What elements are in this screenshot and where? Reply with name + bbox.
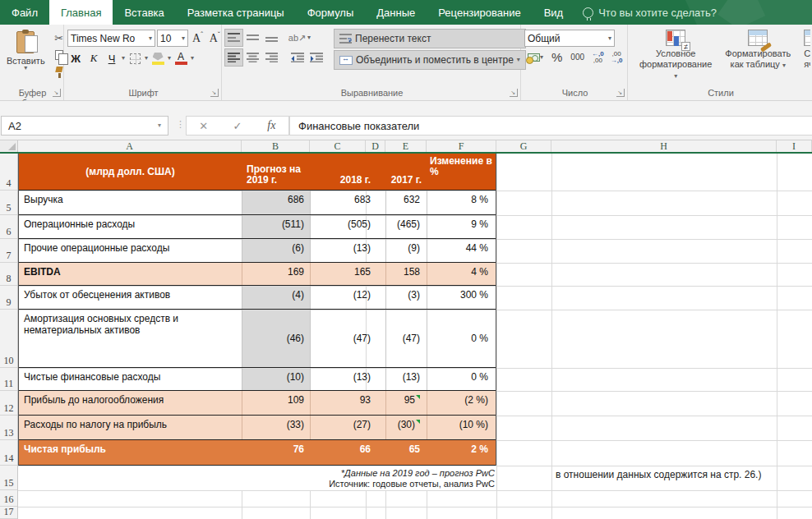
font-color-caret-icon[interactable]: ▾ bbox=[191, 56, 194, 61]
table-header-row[interactable]: (млрд долл. США) Прогноз на 2019 г. 2018… bbox=[19, 154, 496, 191]
cancel-button[interactable]: ✕ bbox=[187, 120, 220, 132]
column-header-B[interactable]: B bbox=[242, 140, 310, 152]
cell-change-pct[interactable]: 44 % bbox=[427, 239, 496, 262]
row-header-15[interactable]: 15 bbox=[0, 466, 17, 490]
cell-2018[interactable]: (13) bbox=[310, 239, 385, 262]
align-center-button[interactable] bbox=[244, 49, 261, 66]
row-header-17[interactable]: 17 bbox=[0, 507, 17, 519]
format-as-table-button[interactable]: Форматировать как таблицу ▾ bbox=[718, 28, 797, 86]
formula-input[interactable]: Финансовые показатели bbox=[289, 116, 812, 135]
cell-change-pct[interactable]: 300 % bbox=[427, 286, 496, 309]
cell-change-pct[interactable]: 0 % bbox=[427, 310, 496, 367]
cell-label[interactable]: Прибыль до налогообложения bbox=[19, 391, 242, 415]
borders-button[interactable] bbox=[127, 50, 143, 67]
cell-change-pct[interactable]: 2 % bbox=[427, 440, 496, 465]
fill-color-button[interactable] bbox=[150, 53, 166, 65]
cell-forecast-2019[interactable]: (46) bbox=[242, 310, 310, 367]
tab-view[interactable]: Вид bbox=[533, 0, 575, 25]
cell-label[interactable]: EBITDA bbox=[19, 263, 242, 285]
paste-caret-icon[interactable]: ▾ bbox=[24, 66, 27, 71]
merge-caret-icon[interactable]: ▾ bbox=[517, 57, 520, 62]
align-middle-button[interactable] bbox=[244, 30, 261, 46]
cell-2018[interactable]: (12) bbox=[310, 286, 385, 309]
column-header-D[interactable]: D bbox=[366, 140, 385, 152]
cell-change-pct[interactable]: 8 % bbox=[427, 191, 496, 214]
cell-forecast-2019[interactable]: (33) bbox=[242, 416, 310, 439]
column-header-G[interactable]: G bbox=[496, 140, 551, 152]
font-dialog-launcher[interactable]: ↘ bbox=[210, 89, 219, 97]
row-header-4[interactable]: 4 bbox=[0, 154, 17, 191]
cell-forecast-2019[interactable]: (511) bbox=[242, 215, 310, 238]
tab-page-layout[interactable]: Разметка страницы bbox=[176, 0, 296, 25]
cell-forecast-2019[interactable]: 76 bbox=[242, 440, 310, 465]
align-bottom-button[interactable] bbox=[263, 30, 280, 46]
row-header-11[interactable]: 11 bbox=[0, 368, 17, 391]
italic-button[interactable]: К bbox=[85, 50, 102, 67]
font-size-select[interactable]: 10▾ bbox=[157, 30, 188, 47]
bold-button[interactable]: Ж bbox=[67, 50, 84, 67]
table-row[interactable]: Прибыль до налогообложения1099395(2 %) bbox=[19, 391, 496, 416]
alignment-dialog-launcher[interactable]: ↘ bbox=[510, 89, 518, 97]
cell-2018[interactable]: (27) bbox=[310, 416, 385, 439]
table-row[interactable]: Выручка6866836328 % bbox=[19, 191, 496, 215]
table-row[interactable]: Чистые финансовые расходы(10)(13)(13)0 % bbox=[19, 368, 496, 391]
conditional-formatting-button[interactable]: ≠ Условное форматирование ▾ bbox=[633, 28, 718, 86]
column-header-A[interactable]: A bbox=[18, 140, 242, 152]
cell-2018[interactable]: (13) bbox=[310, 368, 385, 390]
tab-review[interactable]: Рецензирование bbox=[427, 0, 532, 25]
cell-forecast-2019[interactable]: (6) bbox=[242, 239, 310, 262]
orientation-button[interactable]: ab↗ bbox=[288, 30, 306, 46]
tab-data[interactable]: Данные bbox=[365, 0, 427, 25]
decrease-indent-button[interactable] bbox=[288, 49, 306, 66]
tab-file[interactable]: Файл bbox=[0, 0, 49, 25]
row-header-9[interactable]: 9 bbox=[0, 286, 17, 310]
cell-forecast-2019[interactable]: 169 bbox=[242, 263, 310, 285]
currency-format-button[interactable]: ▾ bbox=[524, 53, 547, 62]
cell-2017[interactable]: (13) bbox=[385, 368, 427, 390]
cell-label[interactable]: Операционные расходы bbox=[19, 215, 242, 238]
merge-center-button[interactable]: Объединить и поместить в центре ▾ bbox=[334, 51, 525, 69]
cell-2017[interactable]: (3) bbox=[385, 286, 427, 309]
cell-change-pct[interactable]: 9 % bbox=[427, 215, 496, 238]
increase-indent-button[interactable] bbox=[307, 49, 325, 66]
cell-label[interactable]: Амортизация основных средств и нематериа… bbox=[19, 310, 242, 367]
paste-button[interactable]: Вставить ▾ bbox=[3, 28, 48, 86]
cell-2017[interactable]: (465) bbox=[385, 215, 427, 238]
table-row[interactable]: Расходы по налогу на прибыль(33)(27)(30)… bbox=[19, 416, 496, 440]
underline-caret-icon[interactable]: ▾ bbox=[122, 56, 125, 61]
cell-forecast-2019[interactable]: 686 bbox=[242, 191, 310, 214]
align-right-button[interactable] bbox=[263, 49, 280, 66]
cell-label[interactable]: Выручка bbox=[19, 191, 242, 214]
row-header-6[interactable]: 6 bbox=[0, 215, 17, 239]
table-row[interactable]: Амортизация основных средств и нематериа… bbox=[19, 310, 496, 368]
cell-2017[interactable]: 158 bbox=[385, 263, 427, 285]
select-all-button[interactable] bbox=[0, 140, 18, 152]
number-format-select[interactable]: Общий▾ bbox=[524, 30, 615, 47]
font-name-select[interactable]: Times New Ro▾ bbox=[67, 30, 155, 47]
font-color-button[interactable]: А bbox=[173, 53, 189, 65]
fill-caret-icon[interactable]: ▾ bbox=[168, 56, 171, 61]
tab-formulas[interactable]: Формулы bbox=[296, 0, 366, 25]
cell-2017[interactable]: (47) bbox=[385, 310, 427, 367]
increase-font-button[interactable]: Aˆ bbox=[190, 31, 205, 45]
row-header-10[interactable]: 10 bbox=[0, 310, 17, 368]
wrap-text-button[interactable]: Перенести текст bbox=[334, 30, 525, 48]
column-header-E[interactable]: E bbox=[385, 140, 427, 152]
table-row[interactable]: EBITDA1691651584 % bbox=[19, 263, 496, 286]
cell-2018[interactable]: 683 bbox=[310, 191, 385, 214]
underline-button[interactable]: Ч bbox=[104, 50, 120, 67]
cell-2018[interactable]: 93 bbox=[310, 391, 385, 415]
row-header-14[interactable]: 14 bbox=[0, 440, 17, 466]
cell-change-pct[interactable]: 4 % bbox=[427, 263, 496, 285]
cell-label[interactable]: Чистые финансовые расходы bbox=[19, 368, 242, 390]
cell-2017[interactable]: 632 bbox=[385, 191, 427, 214]
insert-function-button[interactable]: fx bbox=[255, 119, 288, 132]
orientation-caret-icon[interactable]: ▾ bbox=[307, 35, 311, 40]
table-row[interactable]: Операционные расходы(511)(505)(465)9 % bbox=[19, 215, 496, 239]
comma-style-button[interactable]: 000 bbox=[567, 53, 588, 62]
increase-decimal-button[interactable]: ←,0,00 bbox=[589, 51, 607, 64]
row-header-13[interactable]: 13 bbox=[0, 416, 17, 440]
cell-2017[interactable]: 65 bbox=[385, 440, 427, 465]
column-header-H[interactable]: H bbox=[551, 140, 777, 152]
decrease-font-button[interactable]: Aˇ bbox=[207, 31, 223, 45]
